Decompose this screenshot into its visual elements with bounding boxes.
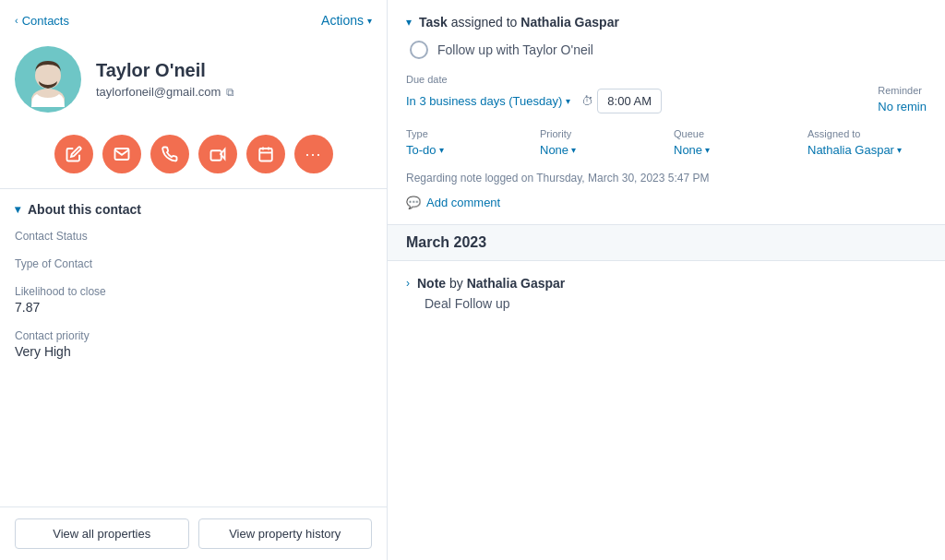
- svg-rect-4: [259, 149, 272, 161]
- priority-caret-icon: ▾: [571, 145, 576, 155]
- reminder-label: Reminder: [878, 85, 927, 96]
- note-title: Note by Nathalia Gaspar: [417, 276, 565, 291]
- prop-likelihood-label: Likelihood to close: [15, 285, 372, 298]
- type-value: To-do: [406, 143, 437, 157]
- assigned-col-value[interactable]: Nathalia Gaspar ▾: [807, 143, 927, 157]
- more-dots-icon: ···: [305, 145, 321, 164]
- due-date-caret-icon: ▾: [566, 96, 570, 106]
- regarding-text: Regarding note logged on Thursday, March…: [406, 172, 927, 185]
- due-date-block: Due date In 3 business days (Tuesday) ▾ …: [406, 74, 867, 113]
- comment-icon: 💬: [406, 196, 421, 209]
- note-label: Note: [417, 276, 446, 291]
- avatar: [15, 46, 81, 113]
- properties-list: Contact Status Type of Contact Likelihoo…: [0, 226, 387, 388]
- type-row: Type To-do ▾ Priority None ▾ Queue None …: [406, 128, 927, 157]
- note-header: › Note by Nathalia Gaspar: [406, 276, 927, 291]
- task-header: ▾ Task assigned to Nathalia Gaspar: [406, 15, 927, 30]
- note-author: Nathalia Gaspar: [467, 276, 566, 291]
- right-panel: ▾ Task assigned to Nathalia Gaspar Follo…: [388, 0, 945, 560]
- task-section: ▾ Task assigned to Nathalia Gaspar Follo…: [388, 0, 945, 225]
- contact-email-row: taylorfoneil@gmail.com ⧉: [96, 85, 234, 99]
- top-nav: ‹ Contacts Actions ▾: [0, 0, 387, 37]
- note-body: Deal Follow up: [406, 296, 927, 311]
- task-follow-up-text: Follow up with Taylor O'neil: [437, 42, 593, 57]
- prop-likelihood-value: 7.87: [15, 300, 372, 315]
- reminder-text: No remin: [878, 100, 927, 113]
- section-chevron-icon: ▾: [15, 203, 20, 216]
- actions-caret-icon: ▾: [367, 16, 372, 26]
- prop-likelihood: Likelihood to close 7.87: [15, 285, 372, 315]
- contact-email-text: taylorfoneil@gmail.com: [96, 85, 221, 99]
- reminder-block: Reminder No remin: [878, 85, 927, 113]
- view-property-history-button[interactable]: View property history: [198, 518, 373, 549]
- back-label: Contacts: [22, 14, 69, 28]
- note-by: by: [449, 276, 467, 291]
- time-icon: ⏱: [581, 94, 593, 108]
- email-button[interactable]: [102, 135, 141, 173]
- assigned-col-label: Assigned to: [807, 128, 927, 139]
- back-link[interactable]: ‹ Contacts: [15, 14, 69, 28]
- video-button[interactable]: [198, 135, 237, 173]
- due-date-value[interactable]: In 3 business days (Tuesday) ▾ ⏱ 8:00 AM: [406, 89, 867, 113]
- queue-value: None: [674, 143, 702, 157]
- task-label: Task: [419, 15, 448, 30]
- time-input[interactable]: 8:00 AM: [597, 89, 662, 113]
- task-chevron-icon: ▾: [406, 16, 412, 29]
- queue-col: Queue None ▾: [674, 128, 793, 157]
- back-chevron-icon: ‹: [15, 15, 18, 26]
- time-value: 8:00 AM: [607, 94, 652, 108]
- svg-rect-2: [210, 150, 221, 161]
- priority-col: Priority None ▾: [540, 128, 659, 157]
- actions-label: Actions: [321, 13, 364, 28]
- prop-type-of-contact: Type of Contact: [15, 257, 372, 270]
- priority-value: None: [540, 143, 568, 157]
- section-title: About this contact: [28, 202, 141, 217]
- month-label: March 2023: [406, 234, 486, 250]
- assigned-caret-icon: ▾: [897, 145, 902, 155]
- task-title: Task assigned to Nathalia Gaspar: [419, 15, 619, 30]
- type-col-value[interactable]: To-do ▾: [406, 143, 525, 157]
- prop-priority-value: Very High: [15, 344, 372, 359]
- contact-header: Taylor O'neil taylorfoneil@gmail.com ⧉: [0, 37, 387, 127]
- contact-info: Taylor O'neil taylorfoneil@gmail.com ⧉: [96, 60, 234, 99]
- note-section: › Note by Nathalia Gaspar Deal Follow up: [388, 261, 945, 326]
- view-all-properties-button[interactable]: View all properties: [15, 518, 189, 549]
- prop-priority-label: Contact priority: [15, 329, 372, 342]
- assigned-value: Nathalia Gaspar: [807, 143, 894, 157]
- due-date-label: Due date: [406, 74, 867, 85]
- month-section: March 2023: [388, 225, 945, 261]
- prop-type-label: Type of Contact: [15, 257, 372, 270]
- queue-col-label: Queue: [674, 128, 793, 139]
- priority-col-label: Priority: [540, 128, 659, 139]
- calendar-button[interactable]: [246, 135, 285, 173]
- prop-contact-priority: Contact priority Very High: [15, 329, 372, 359]
- task-complete-circle[interactable]: [410, 41, 428, 59]
- phone-button[interactable]: [150, 135, 189, 173]
- svg-point-1: [35, 63, 61, 89]
- action-icons-row: ···: [0, 127, 387, 188]
- type-col: Type To-do ▾: [406, 128, 525, 157]
- priority-col-value[interactable]: None ▾: [540, 143, 659, 157]
- left-panel: ‹ Contacts Actions ▾ Taylor O'neil: [0, 0, 388, 560]
- task-assigned-prefix: assigned to: [451, 15, 521, 30]
- assigned-col: Assigned to Nathalia Gaspar ▾: [807, 128, 927, 157]
- type-caret-icon: ▾: [439, 145, 444, 155]
- add-comment-label: Add comment: [426, 196, 500, 209]
- bottom-buttons: View all properties View property histor…: [0, 506, 387, 560]
- note-chevron-icon: ›: [406, 277, 410, 290]
- prop-contact-status-label: Contact Status: [15, 230, 372, 243]
- task-item: Follow up with Taylor O'neil: [406, 41, 927, 59]
- due-date-text: In 3 business days (Tuesday): [406, 94, 562, 108]
- actions-button[interactable]: Actions ▾: [321, 13, 372, 28]
- add-comment-button[interactable]: 💬 Add comment: [406, 196, 927, 209]
- more-button[interactable]: ···: [294, 135, 333, 173]
- reminder-value[interactable]: No remin: [878, 100, 927, 113]
- queue-col-value[interactable]: None ▾: [674, 143, 793, 157]
- edit-button[interactable]: [54, 135, 93, 173]
- prop-contact-status: Contact Status: [15, 230, 372, 243]
- due-row: Due date In 3 business days (Tuesday) ▾ …: [406, 74, 927, 113]
- task-assigned-to: Nathalia Gaspar: [520, 15, 619, 30]
- contact-name: Taylor O'neil: [96, 60, 234, 81]
- copy-icon[interactable]: ⧉: [226, 86, 234, 99]
- about-section-header[interactable]: ▾ About this contact: [0, 189, 387, 226]
